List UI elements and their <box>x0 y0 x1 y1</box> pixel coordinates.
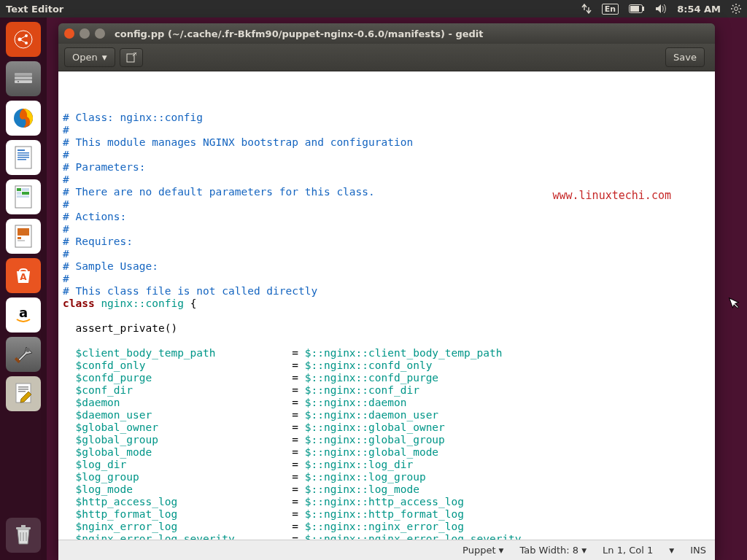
launcher-trash[interactable] <box>6 518 41 553</box>
launcher-impress[interactable] <box>6 219 41 254</box>
unity-launcher: A a <box>0 18 47 560</box>
svg-rect-27 <box>18 237 21 239</box>
top-menubar: Text Editor En 8:54 AM <box>0 0 747 18</box>
svg-rect-2 <box>630 6 639 12</box>
clock[interactable]: 8:54 AM <box>677 4 721 15</box>
maximize-icon[interactable] <box>95 28 105 39</box>
svg-rect-21 <box>22 188 29 191</box>
launcher-writer[interactable] <box>6 140 41 175</box>
watermark-url: www.linuxtechi.com <box>552 190 671 202</box>
svg-rect-34 <box>18 386 28 388</box>
svg-rect-36 <box>18 391 26 392</box>
battery-icon[interactable] <box>629 4 645 13</box>
editor-area[interactable]: www.linuxtechi.com # Class: nginx::confi… <box>58 71 715 540</box>
keyboard-indicator[interactable]: En <box>602 4 619 15</box>
svg-rect-14 <box>18 149 25 151</box>
svg-point-4 <box>15 31 32 48</box>
svg-point-11 <box>18 81 19 82</box>
sound-icon[interactable] <box>655 4 667 14</box>
launcher-files[interactable] <box>6 61 41 96</box>
chevron-down-icon: ▼ <box>499 547 504 554</box>
cursor-position[interactable]: Ln 1, Col 1▼ <box>603 545 674 556</box>
tabwidth-selector[interactable]: Tab Width: 8▼ <box>519 545 587 556</box>
chevron-down-icon: ▼ <box>102 54 107 61</box>
open-label: Open <box>72 52 98 63</box>
code-content: # Class: nginx::config # # This module m… <box>63 112 711 540</box>
svg-rect-18 <box>18 159 26 160</box>
svg-text:a: a <box>19 305 28 320</box>
mouse-cursor-icon <box>728 294 743 314</box>
gedit-window: config.pp (~/.cache/.fr-Bkfm90/puppet-ng… <box>58 23 715 560</box>
launcher-settings[interactable] <box>6 337 41 372</box>
window-titlebar[interactable]: config.pp (~/.cache/.fr-Bkfm90/puppet-ng… <box>58 23 715 44</box>
new-tab-button[interactable] <box>120 48 143 67</box>
svg-point-3 <box>735 7 738 11</box>
svg-rect-28 <box>18 240 25 241</box>
statusbar: Puppet▼ Tab Width: 8▼ Ln 1, Col 1▼ INS <box>58 540 715 560</box>
svg-rect-9 <box>15 77 32 79</box>
close-icon[interactable] <box>64 28 74 39</box>
launcher-calc[interactable] <box>6 179 41 214</box>
chevron-down-icon: ▼ <box>581 547 587 554</box>
svg-rect-17 <box>18 157 29 158</box>
launcher-firefox[interactable] <box>6 101 41 136</box>
launcher-amazon[interactable]: a <box>6 298 41 332</box>
svg-rect-8 <box>15 73 32 76</box>
chevron-down-icon: ▼ <box>669 547 674 554</box>
svg-point-32 <box>26 348 30 352</box>
svg-rect-16 <box>18 155 29 156</box>
gear-icon[interactable] <box>731 4 741 14</box>
app-title: Text Editor <box>6 4 571 15</box>
svg-rect-22 <box>17 192 21 195</box>
insert-mode[interactable]: INS <box>690 545 706 556</box>
minimize-icon[interactable] <box>80 28 90 39</box>
svg-rect-38 <box>21 525 26 527</box>
network-icon[interactable] <box>581 4 592 14</box>
svg-rect-1 <box>643 7 644 11</box>
toolbar: Open ▼ Save <box>58 44 715 71</box>
window-title: config.pp (~/.cache/.fr-Bkfm90/puppet-ng… <box>115 28 484 39</box>
language-selector[interactable]: Puppet▼ <box>462 545 503 556</box>
svg-text:A: A <box>20 272 27 282</box>
svg-rect-15 <box>18 152 29 154</box>
svg-rect-39 <box>127 54 134 62</box>
svg-rect-35 <box>18 389 28 390</box>
svg-rect-37 <box>16 527 31 529</box>
svg-rect-23 <box>22 192 29 195</box>
launcher-software[interactable]: A <box>6 258 41 293</box>
svg-rect-26 <box>18 228 29 236</box>
launcher-gedit[interactable] <box>6 376 41 411</box>
save-label: Save <box>673 52 697 63</box>
svg-rect-20 <box>17 188 21 191</box>
save-button[interactable]: Save <box>665 47 705 67</box>
svg-rect-10 <box>15 80 32 83</box>
launcher-dash[interactable] <box>6 22 41 57</box>
svg-rect-24 <box>17 195 29 198</box>
open-button[interactable]: Open ▼ <box>64 47 115 67</box>
